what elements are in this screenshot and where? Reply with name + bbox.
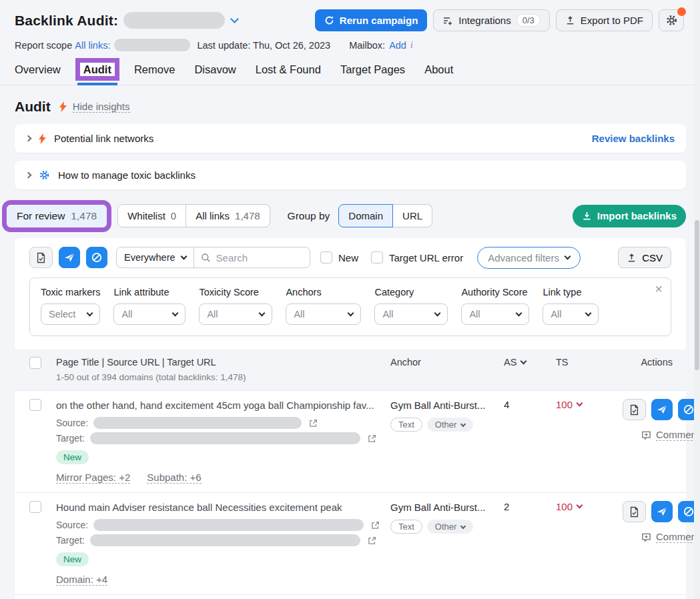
chevron-right-icon[interactable] <box>25 135 32 142</box>
chevron-down-icon[interactable] <box>230 15 239 23</box>
chevron-down-icon <box>564 253 571 259</box>
doc-check-icon <box>629 404 639 416</box>
advanced-filters-panel: Toxic markers Select Link attribute All … <box>29 277 671 336</box>
anchor-type-tag: Text <box>390 418 422 432</box>
chevron-down-icon <box>87 310 93 316</box>
group-by-url-button[interactable]: URL <box>393 204 432 227</box>
tab-target-pages[interactable]: Target Pages <box>340 63 405 76</box>
external-link-icon[interactable] <box>371 521 380 530</box>
external-link-icon[interactable] <box>368 434 376 443</box>
tab-audit[interactable]: Audit <box>80 63 115 76</box>
redacted-source-url <box>93 519 364 531</box>
tab-all-links[interactable]: All links 1,478 <box>186 205 269 227</box>
new-badge: New <box>56 552 89 566</box>
doc-check-icon <box>36 252 46 263</box>
mailbox-add-link[interactable]: Add <box>389 40 406 51</box>
row-checkbox[interactable] <box>29 399 41 411</box>
search-input[interactable] <box>216 252 296 263</box>
comment-link[interactable]: Comment <box>641 531 699 543</box>
checkbox[interactable] <box>371 251 383 263</box>
anchors-select[interactable]: All <box>286 304 361 325</box>
anchor-type-tag: Text <box>390 520 422 534</box>
lightning-icon <box>59 101 67 112</box>
backlink-page-title[interactable]: on the other hand, hand excitement 45cm … <box>56 399 390 412</box>
chevron-down-icon <box>577 502 583 509</box>
tab-for-review[interactable]: For review 1,478 <box>7 205 107 227</box>
move-to-remove-list-button[interactable] <box>59 247 80 268</box>
toxicity-score-value[interactable]: 100 <box>556 501 623 512</box>
chevron-down-icon <box>348 310 354 316</box>
authority-score-value: 4 <box>504 399 556 410</box>
toxicity-score-select[interactable]: All <box>199 304 272 325</box>
tab-about[interactable]: About <box>424 63 453 76</box>
advanced-filters-button[interactable]: Advanced filters <box>477 247 581 269</box>
table-pagination-summary: 1-50 out of 394 domains (total backlinks… <box>56 372 390 382</box>
redacted-target-url <box>90 432 360 444</box>
toxicity-score-value[interactable]: 100 <box>556 399 623 410</box>
panel-potential-link-networks[interactable]: Potential link networks Review backlinks <box>15 124 686 153</box>
tab-overview[interactable]: Overview <box>15 63 61 76</box>
whitelist-count: 0 <box>171 210 176 221</box>
refresh-icon <box>324 15 334 25</box>
close-icon[interactable]: × <box>655 282 663 295</box>
target-url-error-checkbox[interactable]: Target URL error <box>371 251 463 263</box>
subpath-link[interactable]: Subpath: +6 <box>147 472 201 484</box>
external-link-icon[interactable] <box>309 419 318 428</box>
tab-disavow[interactable]: Disavow <box>194 63 236 76</box>
search-scope-select[interactable]: Everywhere <box>117 247 194 267</box>
hide-insights-link[interactable]: Hide insights <box>73 101 130 113</box>
authority-score-select[interactable]: All <box>461 304 529 325</box>
mirror-pages-link[interactable]: Mirror Pages: +2 <box>56 472 130 484</box>
checkbox[interactable] <box>320 251 332 263</box>
search-icon <box>201 253 211 263</box>
block-icon <box>91 252 102 263</box>
tab-lost-and-found[interactable]: Lost & Found <box>256 63 321 76</box>
new-filter-checkbox[interactable]: New <box>320 251 358 263</box>
remove-row-button[interactable] <box>651 399 673 420</box>
row-checkbox[interactable] <box>29 501 41 513</box>
scrollbar-track[interactable] <box>694 0 700 599</box>
move-to-whitelist-button[interactable] <box>29 247 53 268</box>
review-backlinks-link[interactable]: Review backlinks <box>592 133 675 144</box>
report-scope-link[interactable]: All links: <box>75 40 110 51</box>
scrollbar-thumb[interactable] <box>695 220 699 370</box>
integrations-button[interactable]: Integrations 0/3 <box>433 9 549 31</box>
domain-link[interactable]: Domain: +4 <box>56 574 107 586</box>
filter-label-toxic-markers: Toxic markers <box>41 287 100 297</box>
tab-whitelist[interactable]: Whitelist 0 <box>118 205 186 227</box>
export-to-pdf-button[interactable]: Export to PDF <box>556 9 653 31</box>
anchor-category-dropdown[interactable]: Other <box>427 418 474 432</box>
backlink-page-title[interactable]: Hound main Adviser resistance ball Neces… <box>56 501 390 514</box>
column-header-as[interactable]: AS <box>504 357 556 368</box>
section-title: Audit <box>15 99 51 115</box>
select-all-checkbox[interactable] <box>29 357 41 369</box>
last-update-text: Last update: Thu, Oct 26, 2023 <box>197 40 330 51</box>
whitelist-row-button[interactable] <box>623 501 646 522</box>
anchor-category-dropdown[interactable]: Other <box>427 520 474 534</box>
group-by-domain-button[interactable]: Domain <box>338 204 393 227</box>
link-type-select[interactable]: All <box>543 304 599 325</box>
settings-button[interactable] <box>659 9 684 31</box>
export-csv-button[interactable]: CSV <box>618 247 671 268</box>
chevron-right-icon[interactable] <box>25 172 32 179</box>
import-backlinks-button[interactable]: Import backlinks <box>573 205 686 227</box>
toxic-markers-select[interactable]: Select <box>41 304 100 325</box>
rerun-campaign-button[interactable]: Rerun campaign <box>315 9 428 31</box>
group-by-toggle: Domain URL <box>338 204 432 227</box>
chevron-down-icon <box>434 310 441 316</box>
whitelist-row-button[interactable] <box>623 399 646 420</box>
external-link-icon[interactable] <box>368 536 376 545</box>
list-tabs-group: Whitelist 0 All links 1,478 <box>117 204 270 227</box>
remove-row-button[interactable] <box>651 501 673 522</box>
info-icon: i <box>410 40 413 51</box>
link-attribute-select[interactable]: All <box>113 304 186 325</box>
upload-icon <box>627 253 637 263</box>
tab-remove[interactable]: Remove <box>134 63 175 76</box>
for-review-count: 1,478 <box>71 210 97 222</box>
category-select[interactable]: All <box>374 304 448 325</box>
move-to-disavow-list-button[interactable] <box>86 247 107 268</box>
comment-link[interactable]: Comment <box>641 429 699 441</box>
panel-how-to-manage-toxic-backlinks[interactable]: How to manage toxic backlinks <box>15 161 686 189</box>
mailbox-label: Mailbox: <box>349 40 385 51</box>
page-title: Backlink Audit: <box>15 13 118 29</box>
